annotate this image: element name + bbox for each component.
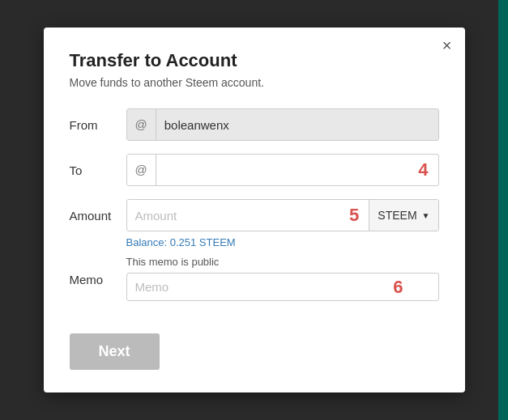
memo-input-wrapper[interactable]: 6 — [126, 273, 439, 301]
to-row: To @ 4 — [70, 154, 439, 186]
amount-step-hint: 5 — [349, 205, 359, 226]
currency-label: STEEM — [378, 209, 416, 222]
from-at-symbol: @ — [127, 109, 156, 140]
to-step-hint: 4 — [418, 159, 428, 180]
to-input[interactable] — [156, 157, 419, 184]
next-button[interactable]: Next — [70, 333, 160, 370]
balance-text[interactable]: Balance: 0.251 STEEM — [126, 236, 236, 248]
modal-title: Transfer to Account — [70, 50, 439, 71]
amount-label: Amount — [70, 209, 126, 223]
close-button[interactable]: × — [442, 37, 452, 53]
memo-input[interactable] — [126, 273, 439, 301]
from-row: From @ — [70, 108, 439, 141]
memo-row: Memo 6 — [70, 273, 439, 301]
modal-subtitle: Move funds to another Steem account. — [70, 76, 439, 89]
amount-input-wrapper[interactable]: 5 STEEM ▼ — [126, 199, 439, 231]
currency-dropdown[interactable]: STEEM ▼ — [369, 200, 438, 231]
memo-label: Memo — [70, 273, 126, 286]
to-at-symbol: @ — [127, 155, 156, 185]
to-label: To — [70, 163, 126, 177]
amount-input[interactable] — [127, 202, 350, 229]
memo-note: This memo is public — [126, 256, 439, 268]
amount-row: Amount 5 STEEM ▼ — [70, 199, 439, 231]
transfer-modal: × Transfer to Account Move funds to anot… — [44, 28, 465, 392]
from-input-wrapper: @ — [126, 108, 439, 141]
from-input — [156, 112, 438, 138]
modal-overlay: × Transfer to Account Move funds to anot… — [0, 0, 508, 420]
chevron-down-icon: ▼ — [422, 211, 430, 220]
from-label: From — [70, 118, 126, 132]
balance-row: Balance: 0.251 STEEM — [126, 235, 439, 249]
to-input-wrapper[interactable]: @ 4 — [126, 154, 439, 186]
